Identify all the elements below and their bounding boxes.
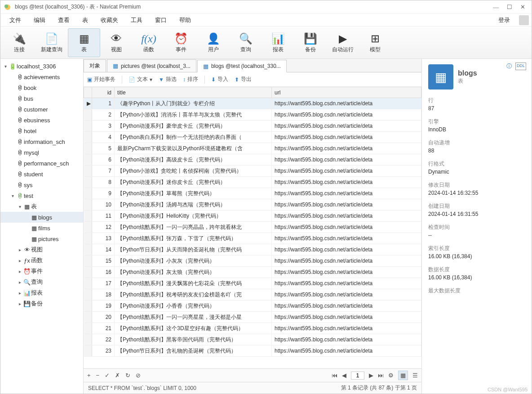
next-page-button[interactable]: ▶ [369, 372, 373, 379]
settings-icon[interactable]: ⚙ [388, 372, 394, 379]
apply-button[interactable]: ✓ [105, 372, 110, 379]
table-row[interactable]: 18【Python炫酷系列】祝考研的友友们金榜题名吖（完https://want… [84, 289, 421, 300]
page-input[interactable] [351, 372, 364, 380]
table-row[interactable]: 5最新PyCharm下载安装以及Python环境搭建教程（含https://wa… [84, 143, 421, 154]
toolbar-用户[interactable]: 👤用户 [197, 28, 230, 57]
minimize-button[interactable]: — [493, 4, 499, 11]
tree-book[interactable]: 🛢book [0, 82, 83, 93]
table-row[interactable]: 13【Python炫酷系列】张万森，下雪了（完整代码）https://want5… [84, 233, 421, 244]
table-row[interactable]: 14【Python节日系列】从天而降的圣诞礼物（完整代码https://want… [84, 244, 421, 255]
tree-ebusiness[interactable]: 🛢ebusiness [0, 115, 83, 125]
toolbar-备份[interactable]: 💾备份 [294, 28, 327, 57]
tree-事件[interactable]: ▸⏰事件 [0, 266, 83, 277]
menu-help[interactable]: 帮助 [173, 15, 197, 26]
table-row[interactable]: ▶1《趣学Python丨从入门到就业》专栏介绍https://want595.b… [84, 98, 421, 109]
login-link[interactable]: 登录 [492, 15, 516, 26]
table-row[interactable]: 22【Python炫酷系列】黑客帝国代码雨（完整代码）https://want5… [84, 334, 421, 345]
table-row[interactable]: 23【Python节日系列】含礼物的圣诞树（完整代码）https://want5… [84, 345, 421, 357]
tree-blogs[interactable]: ▦blogs [0, 212, 83, 223]
toolbar-查询[interactable]: 🔍查询 [230, 28, 262, 57]
table-row[interactable]: 4【Python表白系列】制作一个无法拒绝的表白界面（https://want5… [84, 132, 421, 143]
table-row[interactable]: 10【Python动漫系列】汤姆与杰瑞（完整代码）https://want595… [84, 199, 421, 210]
last-page-button[interactable]: ⏭ [378, 372, 384, 379]
table-row[interactable]: 6【Python动漫系列】高级皮卡丘（完整代码）https://want595.… [84, 154, 421, 166]
toolbar-事件[interactable]: ⏰事件 [165, 28, 197, 57]
toolbar-自动运行[interactable]: ▶自动运行 [327, 28, 359, 57]
begin-transaction-button[interactable]: ▣开始事务 [87, 76, 115, 83]
tree-pictures[interactable]: ▦pictures [0, 233, 83, 244]
form-view-button[interactable]: ☰ [412, 372, 418, 379]
add-row-button[interactable]: + [87, 372, 91, 379]
tree-函数[interactable]: ▸ƒx函数 [0, 255, 83, 266]
sidebar[interactable]: ▾🔋localhost_3306🛢achievements🛢book🛢bus🛢c… [0, 59, 84, 394]
first-page-button[interactable]: ⏮ [332, 372, 337, 379]
tab-pictures[interactable]: ▦pictures @test (localhost_3... [107, 59, 196, 72]
tree-表[interactable]: ▾▦表 [0, 201, 83, 212]
close-button[interactable]: ✕ [520, 4, 525, 11]
cancel-button[interactable]: ✗ [115, 372, 120, 379]
table-row[interactable]: 17【Python炫酷系列】漫天飘落的七彩花朵（完整代码https://want… [84, 278, 421, 289]
tree-hotel[interactable]: 🛢hotel [0, 125, 83, 136]
tree-报表[interactable]: ▸📊报表 [0, 287, 83, 298]
import-button[interactable]: ⬇导入 [211, 76, 228, 83]
tree-achievements[interactable]: 🛢achievements [0, 72, 83, 82]
table-row[interactable]: 19【Python动漫系列】小香香（完整代码）https://want595.b… [84, 300, 421, 312]
table-row[interactable]: 8【Python动漫系列】迷你皮卡丘（完整代码）https://want595.… [84, 177, 421, 188]
toolbar-函数[interactable]: f(x)函数 [133, 28, 165, 57]
tree-查询[interactable]: ▸🔍查询 [0, 277, 83, 287]
table-row[interactable]: 20【Python炫酷系列】一闪一闪亮星星，漫天都是小星https://want… [84, 312, 421, 323]
toolbar-报表[interactable]: 📊报表 [262, 28, 294, 57]
menu-view[interactable]: 查看 [52, 15, 76, 26]
table-row[interactable]: 9【Python动漫系列】草莓熊（完整代码）https://want595.bl… [84, 188, 421, 199]
toolbar-视图[interactable]: 👁视图 [100, 28, 133, 57]
tree-films[interactable]: ▦films [0, 223, 83, 233]
table-row[interactable]: 16【Python动漫系列】灰太狼（完整代码）https://want595.b… [84, 267, 421, 278]
col-id[interactable]: id [92, 87, 115, 98]
table-row[interactable]: 7【Python小游戏】贪吃蛇丨名侦探柯南（完整代码）https://want5… [84, 166, 421, 177]
col-title[interactable]: title [115, 87, 272, 98]
toolbar-连接[interactable]: 🔌连接 [3, 28, 35, 57]
tree-bus[interactable]: 🛢bus [0, 93, 83, 104]
tree-sys[interactable]: 🛢sys [0, 179, 83, 190]
table-row[interactable]: 21【Python炫酷系列】这个3D星空好有趣（完整代码）https://wan… [84, 323, 421, 334]
tree-student[interactable]: 🛢student [0, 169, 83, 179]
menu-tools[interactable]: 工具 [124, 15, 149, 26]
menu-window[interactable]: 窗口 [149, 15, 173, 26]
toolbar-模型[interactable]: ⊞模型 [359, 28, 391, 57]
avatar[interactable] [519, 15, 529, 25]
menu-table[interactable]: 表 [76, 15, 94, 26]
col-url[interactable]: url [272, 87, 421, 98]
sort-button[interactable]: ↕排序 [183, 76, 198, 83]
prev-page-button[interactable]: ◀ [342, 372, 346, 379]
menu-file[interactable]: 文件 [3, 15, 27, 26]
export-button[interactable]: ⬆导出 [235, 76, 252, 83]
table-row[interactable]: 11【Python动漫系列】HelloKitty（完整代码）https://wa… [84, 210, 421, 222]
tree-information_sch[interactable]: 🛢information_sch [0, 136, 83, 147]
ddl-icon[interactable]: DDL [515, 63, 526, 70]
tab-blogs[interactable]: ▦blogs @test (localhost_330... [197, 60, 287, 72]
menu-edit[interactable]: 编辑 [27, 15, 52, 26]
menu-favorites[interactable]: 收藏夹 [94, 15, 124, 26]
tree-test[interactable]: ▾🛢test [0, 190, 83, 201]
tree-mysql[interactable]: 🛢mysql [0, 147, 83, 158]
data-grid[interactable]: idtitleurl▶1《趣学Python丨从入门到就业》专栏介绍https:/… [84, 87, 421, 368]
tab-对象[interactable]: 对象 [84, 59, 106, 72]
stop-button[interactable]: ⊘ [136, 372, 141, 379]
table-row[interactable]: 12【Python炫酷系列】一闪一闪亮晶晶，跨年就看林北https://want… [84, 222, 421, 233]
info-icon[interactable]: ⓘ [506, 63, 512, 70]
tree-视图[interactable]: ▸👁视图 [0, 244, 83, 255]
delete-row-button[interactable]: − [96, 372, 100, 379]
table-row[interactable]: 2【Python小游戏】消消乐丨喜羊羊与灰太狼（完整代https://want5… [84, 109, 421, 121]
tree-localhost_3306[interactable]: ▾🔋localhost_3306 [0, 61, 83, 72]
refresh-button[interactable]: ↻ [125, 372, 130, 379]
tree-customer[interactable]: 🛢customer [0, 104, 83, 115]
toolbar-表[interactable]: ▦表 [68, 28, 100, 57]
text-button[interactable]: 📄文本 ▾ [129, 76, 152, 83]
table-row[interactable]: 15【Python动漫系列】小灰灰（完整代码）https://want595.b… [84, 255, 421, 267]
toolbar-新建查询[interactable]: 📄新建查询 [35, 28, 68, 57]
filter-button[interactable]: ▼筛选 [159, 76, 177, 83]
tree-performance_sch[interactable]: 🛢performance_sch [0, 158, 83, 169]
grid-view-button[interactable]: ▦ [398, 371, 408, 380]
tree-备份[interactable]: ▸💾备份 [0, 298, 83, 309]
maximize-button[interactable]: ☐ [507, 4, 512, 11]
